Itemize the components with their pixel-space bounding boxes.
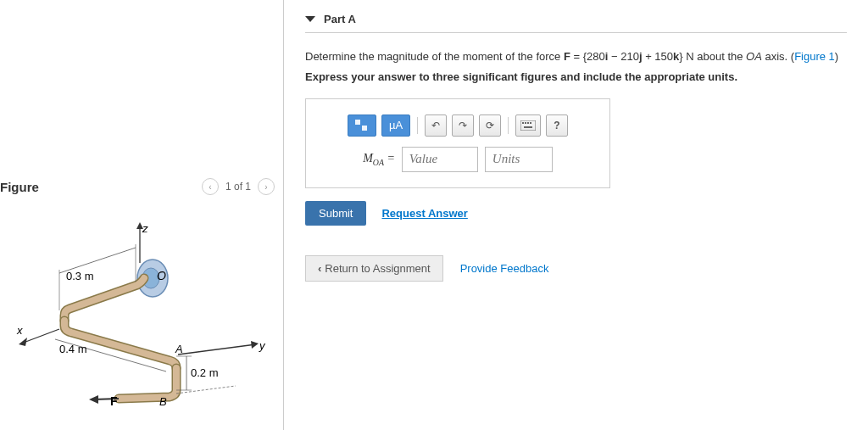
- svg-rect-18: [355, 120, 360, 125]
- content-panel: Part A Determine the magnitude of the mo…: [284, 0, 868, 430]
- point-b-label: B: [159, 395, 167, 407]
- svg-rect-19: [362, 126, 367, 131]
- svg-line-6: [178, 344, 256, 355]
- instruction-text: Express your answer to three significant…: [305, 70, 847, 83]
- units-input[interactable]: [485, 147, 553, 172]
- figure-nav: ‹ 1 of 1 ›: [202, 178, 275, 195]
- figure-counter: 1 of 1: [225, 181, 251, 193]
- figure-image: z x y O A B F 0.3 m 0.4 m 0.2 m: [0, 204, 283, 424]
- return-button[interactable]: ‹ Return to Assignment: [305, 255, 443, 282]
- dim2-label: 0.4 m: [59, 343, 87, 355]
- figure-next-button[interactable]: ›: [258, 178, 275, 195]
- problem-statement: Determine the magnitude of the moment of…: [305, 48, 847, 65]
- submit-row: Submit Request Answer: [305, 201, 847, 226]
- value-input[interactable]: [402, 147, 478, 172]
- figure-title: Figure: [0, 180, 39, 194]
- keyboard-button[interactable]: [515, 114, 541, 137]
- svg-marker-9: [89, 395, 98, 404]
- axis-x-label: x: [16, 324, 23, 337]
- svg-rect-22: [525, 122, 526, 124]
- svg-line-4: [21, 329, 59, 343]
- input-row: MOA =: [323, 147, 593, 172]
- point-o-label: O: [157, 269, 166, 282]
- diagram-svg: z x y O A B F 0.3 m 0.4 m 0.2 m: [8, 221, 271, 407]
- redo-button[interactable]: ↷: [452, 114, 474, 137]
- undo-button[interactable]: ↶: [425, 114, 447, 137]
- svg-marker-7: [251, 341, 259, 349]
- axis-z-label: z: [142, 222, 148, 235]
- dim1-label: 0.3 m: [66, 270, 94, 282]
- svg-rect-23: [527, 122, 529, 124]
- dim3-label: 0.2 m: [191, 366, 219, 379]
- reset-button[interactable]: ⟳: [479, 114, 501, 137]
- svg-rect-25: [524, 126, 532, 128]
- figure-panel: Figure ‹ 1 of 1 ›: [0, 0, 284, 430]
- part-title: Part A: [324, 13, 356, 25]
- svg-rect-24: [530, 122, 531, 124]
- part-header[interactable]: Part A: [305, 13, 847, 33]
- force-f-label: F: [110, 394, 118, 407]
- help-button[interactable]: ?: [546, 114, 568, 137]
- figure-link[interactable]: Figure 1: [794, 50, 835, 63]
- collapse-icon: [305, 16, 315, 22]
- submit-button[interactable]: Submit: [305, 201, 366, 226]
- svg-rect-20: [520, 120, 536, 131]
- template-button[interactable]: [348, 114, 376, 137]
- axis-y-label: y: [259, 339, 266, 352]
- figure-prev-button[interactable]: ‹: [202, 178, 219, 195]
- feedback-link[interactable]: Provide Feedback: [460, 262, 549, 275]
- answer-box: µA ↶ ↷ ⟳ ? MOA =: [305, 98, 610, 188]
- request-answer-link[interactable]: Request Answer: [381, 207, 467, 220]
- svg-line-17: [176, 386, 236, 394]
- svg-marker-5: [19, 338, 27, 346]
- figure-header: Figure ‹ 1 of 1 ›: [0, 165, 283, 204]
- moa-label: MOA =: [363, 152, 395, 167]
- svg-rect-21: [522, 122, 524, 124]
- units-button[interactable]: µA: [381, 114, 410, 137]
- bottom-row: ‹ Return to Assignment Provide Feedback: [305, 255, 847, 282]
- answer-toolbar: µA ↶ ↷ ⟳ ?: [323, 114, 593, 137]
- point-a-label: A: [175, 343, 183, 355]
